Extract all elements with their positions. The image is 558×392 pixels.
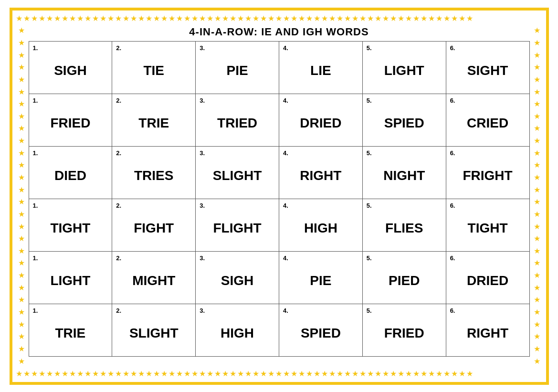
cell-r2-c2: 2.TRIE xyxy=(112,94,196,146)
cell-word-r2-c1: FRIED xyxy=(33,105,108,142)
cell-word-r4-c6: TIGHT xyxy=(450,210,526,247)
cell-word-r1-c1: SIGH xyxy=(33,53,108,89)
cell-r1-c6: 6.SIGHT xyxy=(446,41,529,94)
cell-word-r4-c5: FLIES xyxy=(367,210,442,247)
cell-word-r1-c2: TIE xyxy=(116,53,191,89)
cell-r1-c5: 5.LIGHT xyxy=(362,41,446,94)
cell-r5-c6: 6.DRIED xyxy=(446,251,529,304)
cell-r2-c3: 3.TRIED xyxy=(196,94,279,146)
cell-word-r3-c3: SLIGHT xyxy=(200,158,275,194)
cell-r4-c4: 4.HIGH xyxy=(279,199,362,251)
cell-number-r6-c4: 4. xyxy=(283,307,358,314)
page-title: 4-IN-A-ROW: IE AND IGH WORDS xyxy=(189,26,368,38)
cell-number-r4-c1: 1. xyxy=(33,202,108,209)
cell-word-r2-c3: TRIED xyxy=(200,105,275,142)
cell-number-r4-c2: 2. xyxy=(116,202,191,209)
cell-number-r3-c3: 3. xyxy=(200,149,275,157)
cell-number-r3-c6: 6. xyxy=(450,149,526,157)
cell-r5-c5: 5.PIED xyxy=(362,251,446,304)
cell-word-r2-c2: TRIE xyxy=(116,105,191,142)
cell-r3-c1: 1.DIED xyxy=(29,146,112,199)
cell-r6-c4: 4.SPIED xyxy=(279,304,362,356)
cell-number-r1-c1: 1. xyxy=(33,44,108,52)
cell-number-r4-c5: 5. xyxy=(367,202,442,209)
cell-number-r5-c3: 3. xyxy=(200,254,275,262)
cell-word-r4-c4: HIGH xyxy=(283,210,358,247)
cell-number-r2-c4: 4. xyxy=(283,97,358,104)
cell-r6-c3: 3.HIGH xyxy=(196,304,279,356)
cell-word-r3-c4: RIGHT xyxy=(283,158,358,194)
cell-word-r4-c1: TIGHT xyxy=(33,210,108,247)
cell-r1-c1: 1.SIGH xyxy=(29,41,112,94)
cell-word-r1-c5: LIGHT xyxy=(367,53,442,89)
cell-r5-c1: 1.LIGHT xyxy=(29,251,112,304)
cell-number-r2-c3: 3. xyxy=(200,97,275,104)
cell-number-r5-c2: 2. xyxy=(116,254,191,262)
cell-r3-c3: 3.SLIGHT xyxy=(196,146,279,199)
cell-number-r5-c5: 5. xyxy=(367,254,442,262)
cell-r6-c5: 5.FRIED xyxy=(362,304,446,356)
cell-number-r3-c1: 1. xyxy=(33,149,108,157)
cell-number-r1-c4: 4. xyxy=(283,44,358,52)
cell-r6-c1: 1.TRIE xyxy=(29,304,112,356)
cell-number-r1-c5: 5. xyxy=(367,44,442,52)
cell-word-r1-c4: LIE xyxy=(283,53,358,89)
cell-r4-c1: 1.TIGHT xyxy=(29,199,112,251)
cell-r4-c5: 5.FLIES xyxy=(362,199,446,251)
cell-word-r5-c6: DRIED xyxy=(450,263,526,299)
cell-r6-c6: 6.RIGHT xyxy=(446,304,529,356)
cell-number-r5-c4: 4. xyxy=(283,254,358,262)
cell-r3-c4: 4.RIGHT xyxy=(279,146,362,199)
cell-number-r5-c1: 1. xyxy=(33,254,108,262)
cell-number-r2-c5: 5. xyxy=(367,97,442,104)
cell-word-r2-c5: SPIED xyxy=(367,105,442,142)
word-grid: 1.SIGH2.TIE3.PIE4.LIE5.LIGHT6.SIGHT1.FRI… xyxy=(29,41,530,357)
cell-number-r6-c2: 2. xyxy=(116,307,191,314)
cell-r5-c3: 3.SIGH xyxy=(196,251,279,304)
cell-word-r4-c3: FLIGHT xyxy=(200,210,275,247)
cell-number-r1-c3: 3. xyxy=(200,44,275,52)
cell-r2-c5: 5.SPIED xyxy=(362,94,446,146)
cell-r1-c4: 4.LIE xyxy=(279,41,362,94)
cell-word-r4-c2: FIGHT xyxy=(116,210,191,247)
cell-word-r2-c4: DRIED xyxy=(283,105,358,142)
cell-word-r3-c6: FRIGHT xyxy=(450,158,526,194)
cell-word-r5-c2: MIGHT xyxy=(116,263,191,299)
cell-r4-c6: 6.TIGHT xyxy=(446,199,529,251)
cell-r2-c4: 4.DRIED xyxy=(279,94,362,146)
cell-number-r6-c6: 6. xyxy=(450,307,526,314)
star-col-right: ★★★★★★★★★★★★★★★★★★★★★★★★★★★★ xyxy=(531,24,543,369)
cell-r1-c3: 3.PIE xyxy=(196,41,279,94)
cell-r1-c2: 2.TIE xyxy=(112,41,196,94)
cell-r3-c2: 2.TRIES xyxy=(112,146,196,199)
cell-number-r2-c2: 2. xyxy=(116,97,191,104)
cell-r5-c4: 4.PIE xyxy=(279,251,362,304)
cell-number-r5-c6: 6. xyxy=(450,254,526,262)
cell-word-r6-c5: FRIED xyxy=(367,315,442,352)
cell-number-r6-c5: 5. xyxy=(367,307,442,314)
cell-word-r3-c5: NIGHT xyxy=(367,158,442,194)
cell-number-r6-c3: 3. xyxy=(200,307,275,314)
cell-number-r4-c3: 3. xyxy=(200,202,275,209)
cell-r3-c5: 5.NIGHT xyxy=(362,146,446,199)
cell-r2-c6: 6.CRIED xyxy=(446,94,529,146)
cell-number-r1-c6: 6. xyxy=(450,44,526,52)
cell-word-r3-c2: TRIES xyxy=(116,158,191,194)
cell-r4-c2: 2.FIGHT xyxy=(112,199,196,251)
cell-number-r6-c1: 1. xyxy=(33,307,108,314)
star-row-top: ★★★★★★★★★★★★★★★★★★★★★★★★★★★★★★★★★★★★★★★★… xyxy=(15,13,543,24)
cell-number-r2-c1: 1. xyxy=(33,97,108,104)
cell-word-r6-c4: SPIED xyxy=(283,315,358,352)
cell-word-r5-c1: LIGHT xyxy=(33,263,108,299)
star-row-bottom: ★★★★★★★★★★★★★★★★★★★★★★★★★★★★★★★★★★★★★★★★… xyxy=(15,369,543,379)
cell-number-r3-c2: 2. xyxy=(116,149,191,157)
cell-r5-c2: 2.MIGHT xyxy=(112,251,196,304)
cell-number-r4-c4: 4. xyxy=(283,202,358,209)
cell-word-r5-c4: PIE xyxy=(283,263,358,299)
cell-r3-c6: 6.FRIGHT xyxy=(446,146,529,199)
cell-number-r1-c2: 2. xyxy=(116,44,191,52)
cell-number-r4-c6: 6. xyxy=(450,202,526,209)
outer-border: ★★★★★★★★★★★★★★★★★★★★★★★★★★★★★★★★★★★★★★★★… xyxy=(10,8,549,385)
cell-word-r6-c1: TRIE xyxy=(33,315,108,352)
cell-word-r1-c6: SIGHT xyxy=(450,53,526,89)
